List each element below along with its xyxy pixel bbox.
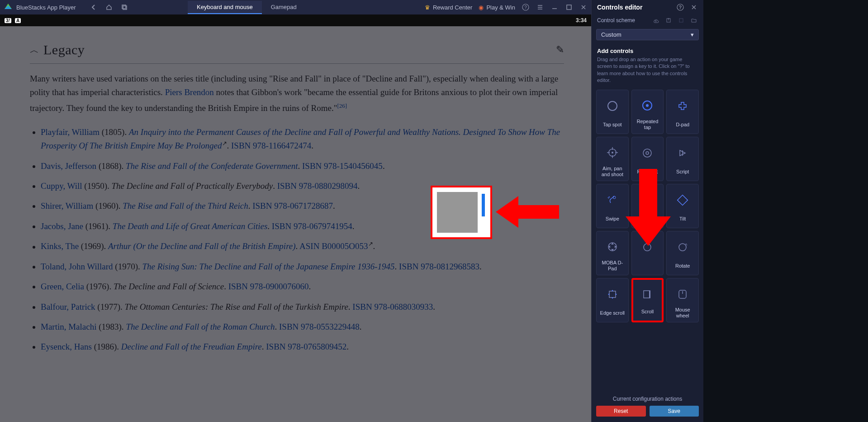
control-tile-d-pad[interactable]: D-pad [666, 90, 699, 134]
asin-link[interactable]: B00005O053 [322, 242, 368, 251]
home-icon[interactable] [105, 3, 113, 11]
isbn-link[interactable]: 978-0671728687 [274, 201, 333, 211]
title-link[interactable]: The Rise and Fall of the Third Reich [123, 201, 248, 211]
target-icon: ◉ [479, 4, 484, 11]
isbn-label-link[interactable]: ISBN [231, 141, 251, 150]
author-link[interactable]: Shirer, William [41, 201, 93, 211]
scheme-label: Control scheme [597, 17, 635, 24]
author-link[interactable]: Balfour, Patrick [41, 302, 95, 312]
collapse-icon[interactable]: ︿ [30, 43, 39, 57]
edit-icon[interactable]: ✎ [556, 42, 564, 58]
recents-icon[interactable] [120, 3, 128, 11]
isbn-link[interactable]: 978-0688030933 [374, 302, 433, 312]
isbn-link[interactable]: 978-0880298094 [299, 181, 358, 191]
title-link[interactable]: Decline and Fall of the Freudian Empire [121, 342, 262, 351]
tab-gamepad[interactable]: Gamepad [262, 1, 306, 14]
title-link[interactable]: The Rising Sun: The Decline and Fall of … [142, 262, 394, 271]
reset-button[interactable]: Reset [596, 406, 646, 417]
tab-keyboard-mouse[interactable]: Keyboard and mouse [188, 1, 262, 14]
folder-icon[interactable] [690, 16, 698, 24]
title-link[interactable]: The Rise and Fall of the Confederate Gov… [126, 161, 298, 171]
svg-point-20 [679, 244, 686, 251]
annotation-arrow-down [626, 169, 671, 246]
control-tile-script[interactable]: Script [666, 137, 699, 181]
author-link[interactable]: Cuppy, Will [41, 181, 82, 191]
control-tile-swipe[interactable]: Swipe [596, 184, 629, 228]
reward-center-button[interactable]: ♛ Reward Center [425, 4, 472, 11]
section-paragraph: Many writers have used variations on the… [30, 72, 564, 115]
control-tile-scroll[interactable]: Scroll [631, 278, 664, 322]
svg-point-15 [646, 152, 649, 154]
app-header: BlueStacks App Player Keyboard and mouse… [0, 0, 591, 14]
author-link[interactable]: Jacobs, Jane [41, 221, 83, 231]
help-icon[interactable]: ? [522, 3, 530, 11]
citation-link[interactable]: [26] [337, 102, 347, 109]
author-link[interactable]: Toland, John Willard [41, 262, 113, 271]
author-link[interactable]: Martin, Malachi [41, 322, 96, 331]
panel-close-icon[interactable] [690, 3, 698, 11]
scroll-control-preview[interactable] [431, 186, 492, 239]
cloud-upload-icon[interactable] [652, 16, 660, 24]
list-item: Green, Celia (1976). The Decline and Fal… [41, 280, 564, 293]
svg-rect-0 [122, 5, 126, 9]
export-icon[interactable] [664, 16, 673, 24]
isbn-label-link[interactable]: ISBN [277, 181, 297, 191]
list-item: Balfour, Patrick (1977). The Ottoman Cen… [41, 300, 564, 314]
author-link[interactable]: Eysenck, Hans [41, 342, 92, 351]
list-item: Eysenck, Hans (1986). Decline and Fall o… [41, 340, 564, 354]
save-button[interactable]: Save [650, 406, 699, 417]
isbn-link[interactable]: 978-0765809452 [288, 342, 346, 351]
svg-point-11 [646, 104, 649, 107]
isbn-label-link[interactable]: ISBN [399, 262, 418, 271]
play-win-button[interactable]: ◉ Play & Win [479, 4, 515, 11]
back-icon[interactable] [90, 3, 98, 11]
isbn-link[interactable]: 978-0679741954 [294, 221, 352, 231]
control-tile-rotate[interactable]: Rotate [666, 231, 699, 275]
section-heading: Legacy [43, 39, 85, 61]
svg-point-14 [643, 149, 651, 157]
isbn-link[interactable]: 978-1166472474 [253, 141, 311, 150]
isbn-label-link[interactable]: ISBN [302, 161, 322, 171]
svg-text:?: ? [524, 5, 527, 10]
panel-help-icon[interactable]: ? [676, 3, 684, 11]
title-link[interactable]: The Decline and Fall of the Roman Church [126, 322, 275, 331]
isbn-link[interactable]: 978-0812968583 [421, 262, 479, 271]
asin-label-link[interactable]: ASIN [299, 242, 319, 251]
emulator-viewport[interactable]: ︿ Legacy ✎ Many writers have used variat… [0, 26, 591, 422]
isbn-label-link[interactable]: ISBN [272, 221, 291, 231]
author-link[interactable]: Green, Celia [41, 282, 84, 291]
control-tile-moba-d-pad[interactable]: MOBA D-Pad [596, 231, 629, 275]
control-tile-tilt[interactable]: Tilt [666, 184, 699, 228]
control-tile-tap-spot[interactable]: Tap spot [596, 90, 629, 134]
isbn-link[interactable]: 978-1540456045 [324, 161, 383, 171]
minimize-icon[interactable] [550, 3, 559, 11]
author-link[interactable]: Kinks, The [41, 242, 79, 251]
close-icon[interactable] [579, 3, 588, 11]
list-item: Toland, John Willard (1970). The Rising … [41, 260, 564, 273]
author-link[interactable]: Davis, Jefferson [41, 161, 96, 171]
control-tile-aim-pan-and-shoot[interactable]: Aim, pan and shoot [596, 137, 629, 181]
control-tile-edge-scroll[interactable]: Edge scroll [596, 278, 629, 322]
isbn-label-link[interactable]: ISBN [279, 322, 299, 331]
isbn-link[interactable]: 978-0900076060 [250, 282, 309, 291]
svg-rect-22 [644, 291, 650, 298]
isbn-label-link[interactable]: ISBN [352, 302, 372, 312]
title-link[interactable]: Arthur (Or the Decline and Fall of the B… [108, 242, 296, 251]
menu-icon[interactable] [536, 3, 544, 11]
svg-rect-1 [123, 6, 127, 10]
scheme-dropdown[interactable]: Custom ▾ [596, 29, 699, 40]
isbn-label-link[interactable]: ISBN [252, 201, 272, 211]
maximize-icon[interactable] [565, 3, 573, 11]
isbn-label-link[interactable]: ISBN [266, 342, 285, 351]
control-tile-mouse-wheel[interactable]: Mouse wheel [666, 278, 699, 322]
isbn-label-link[interactable]: ISBN [228, 282, 248, 291]
title-link[interactable]: The Death and Life of Great American Cit… [113, 221, 268, 231]
author-link[interactable]: Playfair, William [41, 127, 100, 137]
bluestacks-logo-icon [4, 3, 13, 12]
import-icon[interactable] [677, 16, 685, 24]
control-tile-repeated-tap[interactable]: Repeated tap [631, 90, 664, 134]
isbn-link[interactable]: 978-0553229448 [301, 322, 360, 331]
list-item: Playfair, William (1805). An Inquiry int… [41, 125, 564, 153]
app-badge-icon: 3! [5, 18, 11, 23]
link-piers-brendon[interactable]: Piers Brendon [165, 87, 214, 97]
